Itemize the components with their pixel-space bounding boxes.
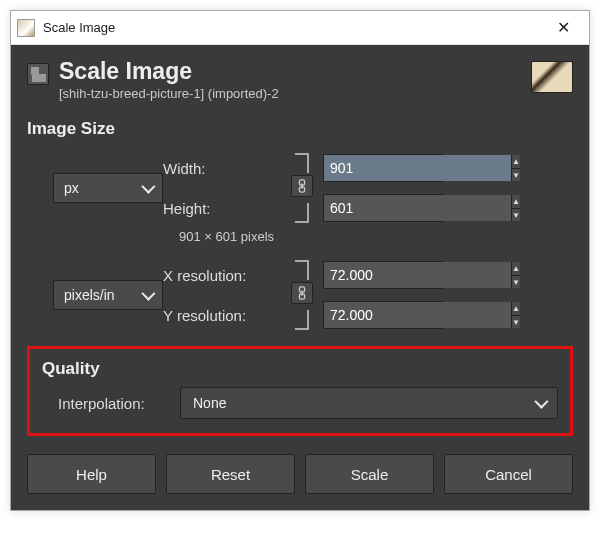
size-unit-select[interactable]: px <box>53 173 163 203</box>
y-res-field: ▲ ▼ <box>323 301 443 329</box>
close-icon: ✕ <box>557 18 570 37</box>
res-unit-label: pixels/in <box>64 287 115 303</box>
x-res-up-button[interactable]: ▲ <box>512 262 520 276</box>
y-res-label: Y resolution: <box>163 307 283 324</box>
x-res-down-button[interactable]: ▼ <box>512 276 520 289</box>
chevron-down-icon <box>142 287 152 303</box>
aspect-link-button[interactable] <box>291 175 313 197</box>
interpolation-select[interactable]: None <box>180 387 558 419</box>
width-label: Width: <box>163 160 283 177</box>
link-bracket-bot-icon <box>295 310 309 330</box>
cancel-button[interactable]: Cancel <box>444 454 573 494</box>
res-unit-select[interactable]: pixels/in <box>53 280 163 310</box>
quality-heading: Quality <box>42 359 558 379</box>
app-icon <box>17 19 35 37</box>
height-down-button[interactable]: ▼ <box>512 209 520 222</box>
y-res-down-button[interactable]: ▼ <box>512 316 520 329</box>
dialog-filename: [shih-tzu-breed-picture-1] (imported)-2 <box>59 86 531 101</box>
link-bracket-top-icon <box>295 260 309 280</box>
width-up-button[interactable]: ▲ <box>512 155 520 169</box>
titlebar: Scale Image ✕ <box>11 11 589 45</box>
scale-header-icon <box>27 63 49 85</box>
reset-button[interactable]: Reset <box>166 454 295 494</box>
link-bracket-bot-icon <box>295 203 309 223</box>
quality-section: Quality Interpolation: None <box>27 346 573 436</box>
chain-link-icon <box>296 286 308 300</box>
y-res-up-button[interactable]: ▲ <box>512 302 520 316</box>
width-field: ▲ ▼ <box>323 154 443 182</box>
link-bracket-top-icon <box>295 153 309 173</box>
dialog-title: Scale Image <box>59 59 531 84</box>
scale-button[interactable]: Scale <box>305 454 434 494</box>
size-pair: Width: ▲ ▼ <box>43 151 573 225</box>
resolution-pair: X resolution: ▲ ▼ <box>43 258 573 332</box>
height-input[interactable] <box>324 195 511 221</box>
chevron-down-icon <box>535 395 545 411</box>
height-field: ▲ ▼ <box>323 194 443 222</box>
x-res-input[interactable] <box>324 262 511 288</box>
size-unit-label: px <box>64 180 79 196</box>
interpolation-label: Interpolation: <box>58 395 170 412</box>
window-title: Scale Image <box>43 20 543 35</box>
width-input[interactable] <box>324 155 511 181</box>
x-res-field: ▲ ▼ <box>323 261 443 289</box>
dialog-header: Scale Image [shih-tzu-breed-picture-1] (… <box>27 59 573 101</box>
image-size-heading: Image Size <box>27 119 573 139</box>
x-res-label: X resolution: <box>163 267 283 284</box>
res-link-button[interactable] <box>291 282 313 304</box>
height-label: Height: <box>163 200 283 217</box>
interpolation-value: None <box>193 395 226 411</box>
image-thumbnail <box>531 61 573 93</box>
dimensions-note: 901 × 601 pixels <box>179 229 573 244</box>
chain-link-icon <box>296 179 308 193</box>
y-res-input[interactable] <box>324 302 511 328</box>
height-up-button[interactable]: ▲ <box>512 195 520 209</box>
close-button[interactable]: ✕ <box>543 13 583 43</box>
scale-image-dialog: Scale Image ✕ Scale Image [shih-tzu-bree… <box>10 10 590 511</box>
dialog-content: Scale Image [shih-tzu-breed-picture-1] (… <box>11 45 589 510</box>
chevron-down-icon <box>142 180 152 196</box>
dialog-footer: Help Reset Scale Cancel <box>27 454 573 494</box>
help-button[interactable]: Help <box>27 454 156 494</box>
width-down-button[interactable]: ▼ <box>512 169 520 182</box>
